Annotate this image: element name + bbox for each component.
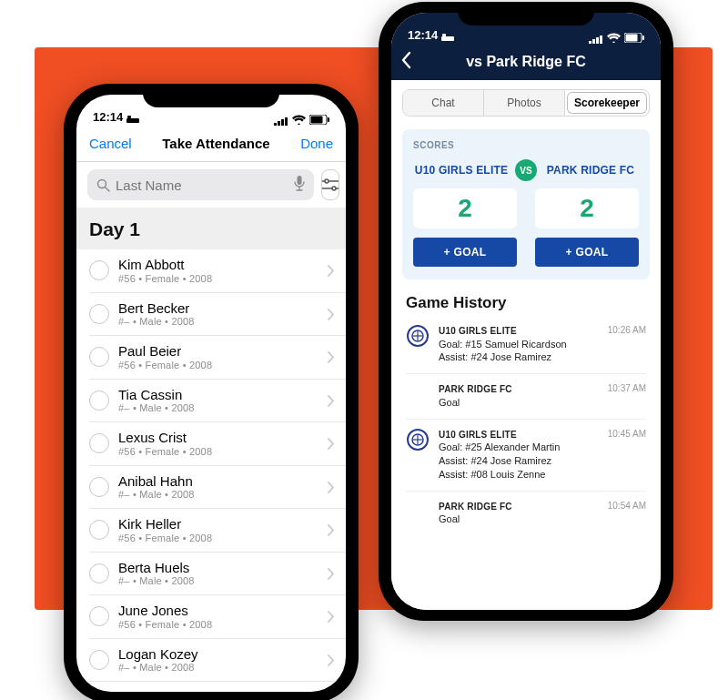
page-title: Take Attendance <box>162 136 269 151</box>
roster-row[interactable]: Skye Kuphal#56 • Female • 2008 <box>89 682 346 692</box>
add-goal-team-b-button[interactable]: + GOAL <box>535 238 639 267</box>
history-time: 10:54 AM <box>608 501 646 526</box>
roster-row[interactable]: June Jones#56 • Female • 2008 <box>89 595 346 639</box>
wifi-icon <box>292 114 306 124</box>
tab-photos[interactable]: Photos <box>484 90 565 116</box>
attendance-radio[interactable] <box>89 477 109 497</box>
mic-icon[interactable] <box>294 176 305 194</box>
roster-row[interactable]: Logan Kozey#– • Male • 2008 <box>89 639 346 683</box>
svg-rect-20 <box>285 117 288 126</box>
history-line: Goal: #25 Alexander Martin <box>439 441 599 454</box>
done-button[interactable]: Done <box>300 136 333 151</box>
svg-rect-22 <box>311 117 323 124</box>
back-button[interactable] <box>400 51 411 73</box>
svg-rect-16 <box>127 116 131 118</box>
notch <box>458 2 594 25</box>
roster-row[interactable]: Tia Cassin#– • Male • 2008 <box>89 380 346 423</box>
tab-scorekeeper[interactable]: Scorekeeper <box>567 92 647 114</box>
svg-rect-23 <box>328 117 329 122</box>
team-b-score: 2 <box>535 188 639 228</box>
attendance-radio[interactable] <box>89 563 109 583</box>
game-history-title: Game History <box>391 289 661 316</box>
search-row <box>76 162 346 208</box>
history-line: Goal <box>439 396 599 410</box>
player-name: Berta Huels <box>118 561 318 576</box>
signal-icon <box>589 33 603 42</box>
svg-rect-4 <box>596 37 599 44</box>
roster-row[interactable]: Paul Beier#56 • Female • 2008 <box>89 336 346 380</box>
tab-chat[interactable]: Chat <box>403 90 484 116</box>
history-time: 10:26 AM <box>608 325 646 364</box>
player-name: Kirk Heller <box>118 517 318 533</box>
add-goal-team-a-button[interactable]: + GOAL <box>413 238 517 267</box>
battery-icon <box>624 32 644 42</box>
svg-rect-26 <box>298 176 302 185</box>
player-meta: #– • Male • 2008 <box>118 575 318 586</box>
player-name: Skye Kuphal <box>118 690 318 692</box>
attendance-radio[interactable] <box>89 391 109 411</box>
phone-scorekeeper: 12:14 vs Park Ridge FC <box>379 2 673 621</box>
roster-row[interactable]: Bert Becker#– • Male • 2008 <box>89 293 346 337</box>
player-meta: #56 • Female • 2008 <box>118 360 318 370</box>
page-title: vs Park Ridge FC <box>466 54 586 70</box>
roster-row[interactable]: Anibal Hahn#– • Male • 2008 <box>89 466 346 510</box>
svg-rect-1 <box>442 34 446 36</box>
chevron-right-icon <box>328 651 335 669</box>
history-team: U10 GIRLS ELITE <box>439 429 599 441</box>
history-line: Assist: #08 Louis Zenne <box>439 468 599 482</box>
attendance-radio[interactable] <box>89 606 109 626</box>
roster-row[interactable]: Lexus Crist#56 • Female • 2008 <box>89 422 346 466</box>
attendance-radio[interactable] <box>89 520 109 540</box>
roster-row[interactable]: Kim Abbott#56 • Female • 2008 <box>89 249 346 293</box>
notch <box>143 84 279 107</box>
vs-badge: VS <box>515 159 537 181</box>
player-meta: #56 • Female • 2008 <box>118 446 318 457</box>
chevron-right-icon <box>328 305 335 323</box>
attendance-radio[interactable] <box>89 260 109 280</box>
roster-list[interactable]: Kim Abbott#56 • Female • 2008Bert Becker… <box>76 249 346 692</box>
chevron-right-icon <box>328 434 335 452</box>
chevron-right-icon <box>328 478 335 496</box>
player-meta: #– • Male • 2008 <box>118 402 318 413</box>
team-a-name: U10 GIRLS ELITE <box>413 164 510 177</box>
team-b-name: PARK RIDGE FC <box>542 164 639 177</box>
do-not-disturb-icon <box>441 31 454 40</box>
player-name: Tia Cassin <box>118 388 318 403</box>
attendance-radio[interactable] <box>89 433 109 453</box>
roster-row[interactable]: Kirk Heller#56 • Female • 2008 <box>89 509 346 553</box>
svg-rect-7 <box>626 35 638 42</box>
attendance-radio[interactable] <box>89 650 109 670</box>
chevron-right-icon <box>328 391 335 410</box>
svg-line-25 <box>106 188 109 191</box>
svg-rect-15 <box>126 118 139 123</box>
history-time: 10:45 AM <box>608 429 646 482</box>
sliders-icon <box>322 178 339 191</box>
signal-icon <box>274 115 288 124</box>
history-line: Assist: #24 Jose Ramirez <box>439 454 599 468</box>
history-item: PARK RIDGE FCGoal10:37 AM <box>406 374 646 419</box>
svg-rect-19 <box>281 119 284 126</box>
svg-rect-0 <box>441 36 454 41</box>
player-meta: #56 • Female • 2008 <box>118 619 318 630</box>
svg-rect-3 <box>592 39 595 44</box>
search-field[interactable] <box>116 178 288 193</box>
player-name: Paul Beier <box>118 344 318 360</box>
phone-attendance: 12:14 Cancel Take Attendance Done <box>64 84 359 700</box>
svg-point-24 <box>98 179 106 188</box>
attendance-radio[interactable] <box>89 347 109 367</box>
search-input[interactable] <box>87 169 314 200</box>
status-time: 12:14 <box>93 110 123 124</box>
player-meta: #– • Male • 2008 <box>118 489 318 500</box>
player-name: Logan Kozey <box>118 647 318 663</box>
roster-row[interactable]: Berta Huels#– • Male • 2008 <box>89 553 346 596</box>
history-item: U10 GIRLS ELITEGoal: #25 Alexander Marti… <box>406 420 646 492</box>
cancel-button[interactable]: Cancel <box>89 136 132 151</box>
filter-button[interactable] <box>321 169 339 200</box>
chevron-right-icon <box>328 564 335 583</box>
attendance-radio[interactable] <box>89 304 109 324</box>
player-name: June Jones <box>118 604 318 619</box>
scores-label: SCORES <box>413 140 639 150</box>
history-team: U10 GIRLS ELITE <box>439 325 599 338</box>
player-meta: #56 • Female • 2008 <box>118 273 318 284</box>
player-meta: #– • Male • 2008 <box>118 316 318 327</box>
